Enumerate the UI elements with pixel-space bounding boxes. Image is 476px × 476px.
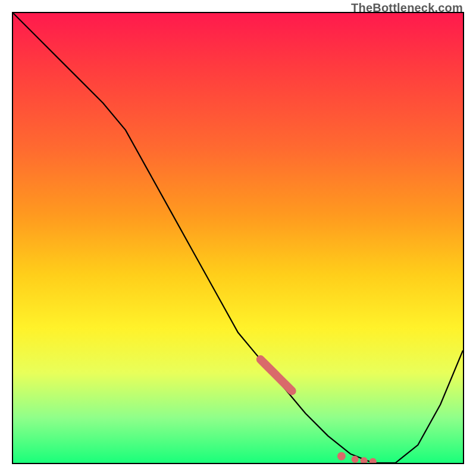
plot-area <box>12 12 464 464</box>
main-curve <box>13 13 463 463</box>
highlight-dots <box>337 452 377 463</box>
chart-frame: TheBottleneck.com <box>0 0 476 476</box>
highlight-dot <box>352 456 359 463</box>
highlight-dot <box>337 452 346 461</box>
chart-overlay <box>13 13 463 463</box>
highlight-dot <box>369 458 377 463</box>
highlight-segment <box>261 359 292 391</box>
